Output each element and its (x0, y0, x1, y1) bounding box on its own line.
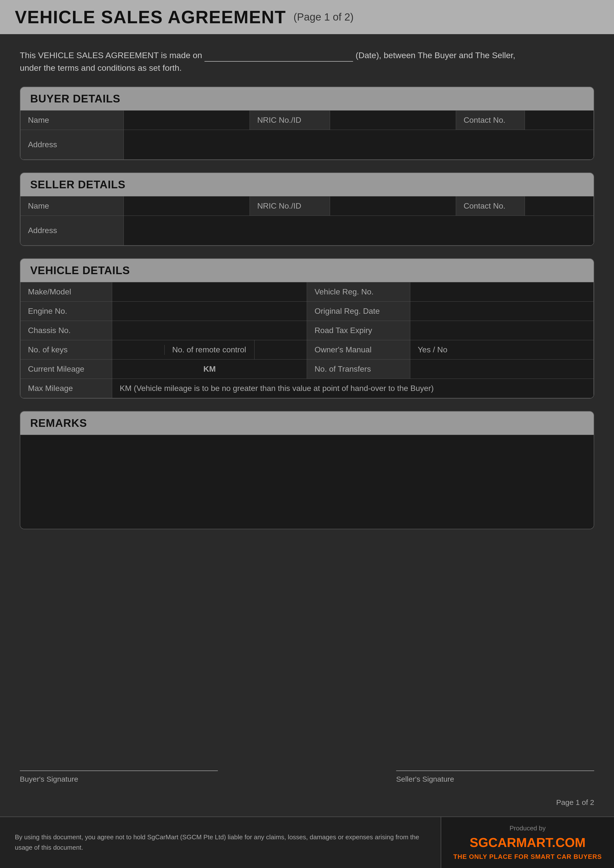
seller-nric-value (330, 197, 456, 216)
remarks-header: REMARKS (20, 411, 594, 435)
footer-left: By using this document, you agree not to… (0, 817, 441, 868)
seller-details-header: SELLER DETAILS (20, 173, 594, 196)
seller-signature-label: Seller's Signature (396, 775, 594, 783)
road-tax-value (410, 321, 594, 340)
no-remote-label: No. of remote control (165, 340, 255, 359)
max-mileage-row: Max Mileage KM (Vehicle mileage is to be… (20, 379, 594, 398)
remarks-content (20, 435, 594, 529)
original-reg-value (410, 302, 594, 321)
brand-container: SGCARMART.COM (469, 835, 586, 850)
buyer-details-title: BUYER DETAILS (30, 93, 120, 105)
page-number: Page 1 of 2 (556, 798, 594, 806)
chassis-no-label: Chassis No. (20, 321, 112, 340)
current-mileage-value: KM (112, 360, 307, 379)
vehicle-details-table: Make/Model Vehicle Reg. No. Engine No. O… (20, 282, 594, 398)
chassis-row: Chassis No. Road Tax Expiry (20, 321, 594, 340)
no-remote-value (255, 345, 307, 355)
vehicle-details-header: VEHICLE DETAILS (20, 259, 594, 282)
footer-disclaimer: By using this document, you agree not to… (15, 832, 426, 852)
remarks-section: REMARKS (20, 411, 594, 529)
owners-manual-value: Yes / No (410, 340, 594, 360)
no-keys-value (112, 345, 165, 355)
seller-name-value (124, 197, 250, 216)
intro-text-end: under the terms and conditions as set fo… (20, 63, 182, 73)
remarks-title: REMARKS (30, 417, 87, 429)
road-tax-label: Road Tax Expiry (307, 321, 410, 340)
make-model-value (112, 282, 307, 302)
footer-right: Produced by SGCARMART.COM THE ONLY PLACE… (441, 817, 614, 868)
buyer-address-label: Address (20, 130, 124, 160)
page-indicator: (Page 1 of 2) (294, 11, 354, 23)
seller-details-section: SELLER DETAILS Name NRIC No./ID Contact … (20, 172, 594, 246)
page-number-area: Page 1 of 2 (0, 793, 614, 817)
vehicle-reg-label: Vehicle Reg. No. (307, 282, 410, 302)
seller-name-row: Name NRIC No./ID Contact No. (20, 197, 594, 216)
brand-carmart: CARMART (488, 835, 552, 850)
buyer-details-header: BUYER DETAILS (20, 87, 594, 110)
no-keys-label: No. of keys (20, 340, 112, 360)
seller-signature-line (396, 770, 594, 771)
seller-contact-value (525, 197, 594, 216)
intro-text-mid: (Date), between The Buyer and The Seller… (356, 49, 515, 62)
buyer-address-row: Address (20, 130, 594, 160)
seller-contact-label: Contact No. (456, 197, 525, 216)
signature-area: Buyer's Signature Seller's Signature (0, 756, 614, 793)
brand-tagline: THE ONLY PLACE FOR SMART CAR BUYERS (453, 853, 602, 860)
current-mileage-label: Current Mileage (20, 360, 112, 379)
current-mileage-km: KM (204, 364, 216, 374)
vehicle-details-title: VEHICLE DETAILS (30, 264, 130, 276)
max-mileage-value: KM (Vehicle mileage is to be no greater … (112, 379, 594, 398)
engine-no-label: Engine No. (20, 302, 112, 321)
mileage-row: Current Mileage KM No. of Transfers (20, 360, 594, 379)
buyer-name-row: Name NRIC No./ID Contact No. (20, 111, 594, 130)
vehicle-reg-value (410, 282, 594, 302)
make-model-label: Make/Model (20, 282, 112, 302)
footer: By using this document, you agree not to… (0, 817, 614, 868)
seller-details-table: Name NRIC No./ID Contact No. Address (20, 196, 594, 245)
buyer-signature-line (20, 770, 218, 771)
brand-com: .COM (552, 835, 586, 850)
buyer-details-table: Name NRIC No./ID Contact No. Address (20, 110, 594, 160)
header-bar: VEHICLE SALES AGREEMENT (Page 1 of 2) (0, 0, 614, 34)
keys-remote-cell: No. of remote control (112, 340, 307, 359)
no-transfers-value (410, 360, 594, 379)
seller-address-value (124, 216, 594, 245)
no-transfers-label: No. of Transfers (307, 360, 410, 379)
intro-text-start: This VEHICLE SALES AGREEMENT is made on (20, 49, 202, 62)
seller-address-row: Address (20, 216, 594, 245)
document-title: VEHICLE SALES AGREEMENT (15, 7, 286, 27)
brand-sg: SG (469, 835, 488, 850)
seller-details-title: SELLER DETAILS (30, 178, 126, 191)
buyer-nric-value (330, 111, 456, 130)
main-content: This VEHICLE SALES AGREEMENT is made on … (0, 34, 614, 756)
intro-section: This VEHICLE SALES AGREEMENT is made on … (20, 49, 594, 74)
vehicle-details-section: VEHICLE DETAILS Make/Model Vehicle Reg. … (20, 258, 594, 398)
original-reg-label: Original Reg. Date (307, 302, 410, 321)
buyer-nric-label: NRIC No./ID (250, 111, 330, 130)
buyer-details-section: BUYER DETAILS Name NRIC No./ID Contact N… (20, 87, 594, 160)
buyer-address-value (124, 130, 594, 160)
owners-manual-label: Owner's Manual (307, 340, 410, 360)
buyer-name-label: Name (20, 111, 124, 130)
vehicle-make-row: Make/Model Vehicle Reg. No. (20, 282, 594, 302)
page: VEHICLE SALES AGREEMENT (Page 1 of 2) Th… (0, 0, 614, 868)
chassis-no-value (112, 321, 307, 340)
date-underline (205, 54, 353, 62)
engine-no-value (112, 302, 307, 321)
buyer-contact-label: Contact No. (456, 111, 525, 130)
seller-nric-label: NRIC No./ID (250, 197, 330, 216)
buyer-contact-value (525, 111, 594, 130)
produced-by-label: Produced by (510, 825, 546, 832)
buyer-signature-block: Buyer's Signature (20, 770, 218, 783)
engine-row: Engine No. Original Reg. Date (20, 302, 594, 321)
seller-signature-block: Seller's Signature (396, 770, 594, 783)
keys-row: No. of keys No. of remote control Owner'… (20, 340, 594, 360)
seller-name-label: Name (20, 197, 124, 216)
buyer-name-value (124, 111, 250, 130)
seller-address-label: Address (20, 216, 124, 245)
max-mileage-label: Max Mileage (20, 379, 112, 398)
buyer-signature-label: Buyer's Signature (20, 775, 218, 783)
